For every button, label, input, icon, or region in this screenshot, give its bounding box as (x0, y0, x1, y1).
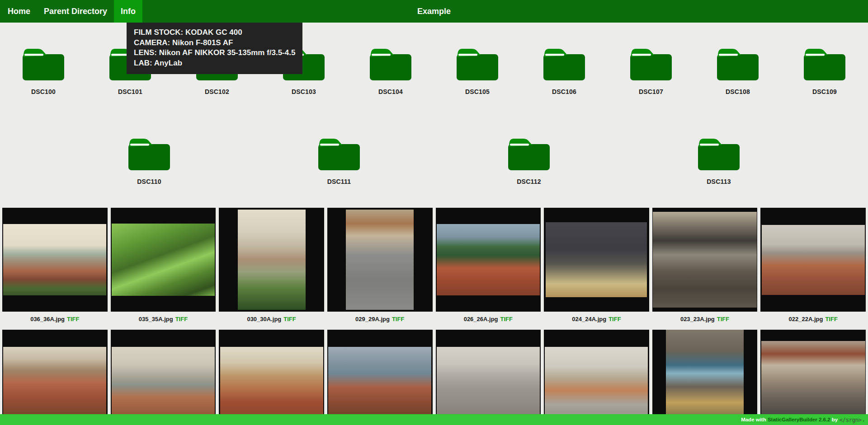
photo-tiff-link[interactable]: TIFF (609, 316, 621, 322)
photo-cell (327, 330, 433, 425)
tooltip-line-lab: LAB: AnyLab (134, 58, 295, 69)
photo-thumbnail-tile[interactable] (760, 330, 866, 425)
photo-thumbnail (346, 210, 414, 310)
photo-cell: 030_30A.jpg TIFF (219, 208, 324, 330)
photo-thumbnail (3, 224, 106, 295)
photo-filename-link[interactable]: 026_26A.jpg (464, 316, 498, 322)
photo-cell: 022_22A.jpg TIFF (760, 208, 866, 330)
folder-label: DSC107 (639, 88, 663, 95)
photo-tiff-link[interactable]: TIFF (717, 316, 729, 322)
photo-thumbnail-tile[interactable] (2, 330, 108, 425)
folder-label: DSC108 (726, 88, 750, 95)
photo-thumbnail-tile[interactable] (760, 208, 866, 312)
photo-filename-link[interactable]: 022_22A.jpg (789, 316, 823, 322)
footer-builder-logo-link[interactable]: </srgn> (839, 416, 861, 423)
folder-label: DSC104 (378, 88, 403, 95)
tooltip-line-camera: CAMERA: Nikon F-801S AF (134, 38, 295, 48)
photo-thumbnail-tile[interactable] (327, 330, 433, 425)
folder-icon (506, 135, 552, 171)
photo-thumbnail (437, 224, 540, 295)
photo-filename-link[interactable]: 029_29A.jpg (355, 316, 390, 322)
photo-label: 026_26A.jpg TIFF (436, 312, 541, 330)
photo-cell (111, 330, 216, 425)
photo-filename-link[interactable]: 036_36A.jpg (30, 316, 65, 322)
folder-item[interactable]: DSC108 (694, 45, 781, 95)
folder-label: DSC111 (327, 178, 351, 185)
photo-thumbnail-tile[interactable] (111, 208, 216, 312)
folder-label: DSC113 (707, 178, 731, 185)
photo-label: 022_22A.jpg TIFF (760, 312, 866, 330)
folder-label: DSC101 (118, 88, 142, 95)
folder-icon (802, 45, 847, 81)
folder-item[interactable]: DSC107 (608, 45, 694, 95)
photo-filename-link[interactable]: 035_35A.jpg (139, 316, 173, 322)
folder-icon (715, 45, 760, 81)
photo-thumbnail (653, 212, 757, 308)
nav-item-home[interactable]: Home (1, 0, 37, 23)
photo-thumbnail (761, 341, 865, 422)
folder-label: DSC103 (292, 88, 316, 95)
photo-cell (436, 330, 541, 425)
photo-thumbnail-tile[interactable] (652, 330, 758, 425)
photo-cell (544, 330, 649, 425)
photo-thumbnail (220, 347, 323, 417)
photo-thumbnail (328, 347, 431, 417)
folder-label: DSC105 (465, 88, 490, 95)
photo-label: 023_23A.jpg TIFF (652, 312, 758, 330)
folder-item[interactable]: DSC110 (54, 135, 244, 185)
photo-tiff-link[interactable]: TIFF (67, 316, 79, 322)
folder-item[interactable]: DSC105 (434, 45, 521, 95)
folder-icon (542, 45, 587, 81)
photo-thumbnail (437, 347, 540, 417)
photo-thumbnail-tile[interactable] (219, 330, 324, 425)
folder-item[interactable]: DSC100 (0, 45, 87, 95)
photo-tiff-link[interactable]: TIFF (175, 316, 188, 322)
photo-thumbnail-tile[interactable] (219, 208, 324, 312)
photo-label: 030_30A.jpg TIFF (219, 312, 324, 330)
photo-cell: 026_26A.jpg TIFF (436, 208, 541, 330)
info-tooltip: FILM STOCK: KODAK GC 400 CAMERA: Nikon F… (127, 23, 302, 74)
folder-item[interactable]: DSC106 (521, 45, 608, 95)
folder-icon (696, 135, 741, 171)
folder-item[interactable]: DSC113 (624, 135, 814, 185)
photo-thumbnail-tile[interactable] (327, 208, 433, 312)
photo-tiff-link[interactable]: TIFF (500, 316, 513, 322)
photo-cell: 023_23A.jpg TIFF (652, 208, 758, 330)
photo-cell (760, 330, 866, 425)
photo-thumbnail (112, 347, 215, 417)
photo-thumbnail (3, 347, 106, 417)
navbar: Home Parent Directory Info Example (0, 0, 868, 23)
folder-item[interactable]: DSC112 (434, 135, 624, 185)
photo-label: 036_36A.jpg TIFF (2, 312, 108, 330)
folder-icon (455, 45, 500, 81)
folder-icon (316, 135, 362, 171)
folder-label: DSC112 (517, 178, 541, 185)
photo-thumbnail-tile[interactable] (652, 208, 758, 312)
folders-row-2: DSC110 DSC111 DSC112 DSC113 (0, 135, 868, 185)
photo-cell: 036_36A.jpg TIFF (2, 208, 108, 330)
photo-thumbnail-tile[interactable] (111, 330, 216, 425)
photo-thumbnail-tile[interactable] (544, 330, 649, 425)
photo-cell: 035_35A.jpg TIFF (111, 208, 216, 330)
folder-item[interactable]: DSC109 (781, 45, 868, 95)
photo-tiff-link[interactable]: TIFF (283, 316, 296, 322)
photo-thumbnail-tile[interactable] (436, 330, 541, 425)
nav-item-parent-directory[interactable]: Parent Directory (37, 0, 114, 23)
photo-label: 035_35A.jpg TIFF (111, 312, 216, 330)
photo-tiff-link[interactable]: TIFF (825, 316, 837, 322)
folder-item[interactable]: DSC111 (244, 135, 434, 185)
folder-label: DSC110 (137, 178, 161, 185)
folder-label: DSC100 (31, 88, 56, 95)
photo-filename-link[interactable]: 030_30A.jpg (247, 316, 281, 322)
photo-filename-link[interactable]: 023_23A.jpg (680, 316, 715, 322)
photo-tiff-link[interactable]: TIFF (392, 316, 404, 322)
folder-icon (21, 45, 66, 81)
photo-grid: 036_36A.jpg TIFF 035_35A.jpg TIFF 030_30… (0, 208, 868, 425)
footer-made-with-text: Made with (741, 417, 768, 422)
photo-filename-link[interactable]: 024_24A.jpg (572, 316, 606, 322)
folder-item[interactable]: DSC104 (347, 45, 434, 95)
nav-item-info[interactable]: Info (114, 0, 142, 23)
photo-thumbnail-tile[interactable] (544, 208, 649, 312)
photo-thumbnail-tile[interactable] (436, 208, 541, 312)
photo-thumbnail-tile[interactable] (2, 208, 108, 312)
